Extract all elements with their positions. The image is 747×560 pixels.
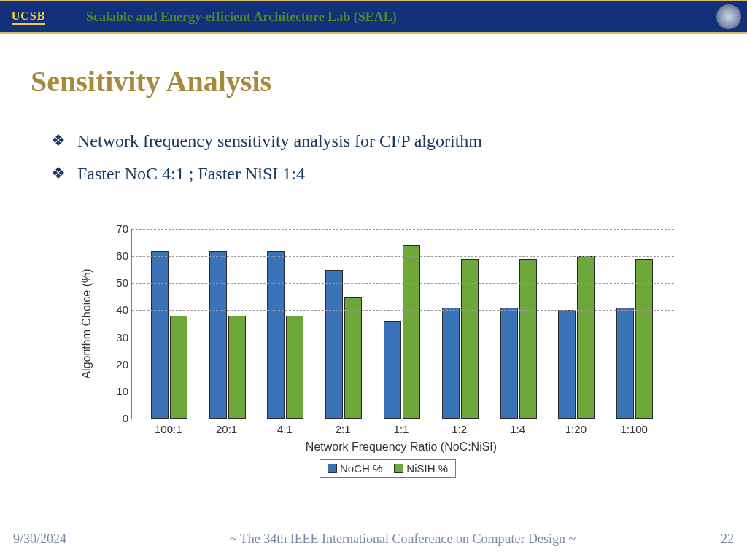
legend-swatch-icon [394, 464, 403, 473]
chart-x-tick: 100:1 [139, 423, 198, 435]
bullet-item: ❖ Faster NoC 4:1 ; Faster NiSI 1:4 [51, 164, 703, 184]
chart-y-tick: 50 [108, 276, 128, 289]
legend-item: NoCH % [328, 462, 382, 475]
chart-gridline [132, 229, 674, 230]
chart-x-tick: 1:20 [546, 423, 605, 435]
chart-gridline [132, 310, 674, 311]
footer-page-number: 22 [676, 532, 734, 547]
chart-bar [344, 297, 362, 419]
footer-date: 9/30/2024 [13, 532, 130, 547]
chart-bars [132, 229, 672, 419]
chart-bar [209, 251, 227, 419]
seal-badge-icon [716, 4, 741, 29]
chart-x-tick: 2:1 [314, 423, 372, 435]
chart-x-tick: 1:1 [372, 423, 430, 435]
chart-y-tick: 0 [108, 412, 128, 424]
footer-conference: ~ The 34th IEEE International Conference… [130, 532, 676, 547]
ucsb-logo: UCSB [0, 1, 57, 32]
chart-gridline [132, 338, 674, 338]
chart-bar [286, 316, 303, 419]
chart-bar [616, 308, 634, 419]
lab-name: Scalable and Energy-efficient Architectu… [57, 9, 716, 25]
footer: 9/30/2024 ~ The 34th IEEE International … [0, 532, 747, 547]
bullet-text: Faster NoC 4:1 ; Faster NiSI 1:4 [77, 164, 305, 184]
bullet-diamond-icon: ❖ [51, 164, 77, 183]
chart-bar [151, 251, 169, 419]
legend-swatch-icon [328, 464, 337, 473]
chart-y-axis-label: Algorithm Choice (%) [80, 229, 93, 419]
bullet-list: ❖ Network frequency sensitivity analysis… [51, 131, 703, 197]
chart-y-tick: 30 [108, 331, 128, 343]
chart-y-tick: 10 [108, 385, 128, 397]
chart-plot-area [131, 229, 672, 419]
chart-y-tick: 40 [108, 303, 128, 316]
chart-bar [325, 270, 343, 419]
chart: Algorithm Choice (%) Network Frequency R… [58, 219, 686, 496]
chart-bar [442, 308, 460, 419]
legend-item: NiSIH % [394, 462, 448, 475]
chart-gridline [132, 392, 674, 392]
chart-gridline [132, 283, 674, 284]
chart-bar [170, 316, 187, 419]
chart-bar [403, 245, 420, 419]
chart-legend: NoCH % NiSIH % [320, 459, 456, 478]
page-title: Sensitivity Analysis [31, 64, 271, 98]
chart-x-tick: 20:1 [198, 423, 256, 435]
chart-gridline [132, 365, 674, 365]
chart-x-tick: 1:4 [489, 423, 547, 435]
chart-bar [500, 308, 518, 419]
bullet-item: ❖ Network frequency sensitivity analysis… [51, 131, 703, 151]
chart-bar [228, 316, 246, 419]
header-bar: UCSB Scalable and Energy-efficient Archi… [0, 0, 747, 34]
chart-bar [267, 251, 285, 419]
chart-x-tick: 1:100 [605, 423, 663, 435]
chart-y-tick: 60 [108, 249, 128, 262]
chart-x-axis-label: Network Frequency Ratio (NoC:NiSI) [131, 440, 671, 454]
chart-bar [384, 321, 401, 419]
chart-x-tick: 1:2 [430, 423, 489, 435]
chart-y-tick: 70 [108, 222, 128, 235]
slide: UCSB Scalable and Energy-efficient Archi… [0, 0, 747, 560]
chart-x-tick: 4:1 [255, 423, 314, 435]
chart-gridline [132, 256, 674, 257]
chart-y-tick: 20 [108, 358, 128, 370]
bullet-diamond-icon: ❖ [51, 131, 77, 150]
bullet-text: Network frequency sensitivity analysis f… [77, 131, 482, 151]
ucsb-logo-text: UCSB [12, 9, 46, 25]
